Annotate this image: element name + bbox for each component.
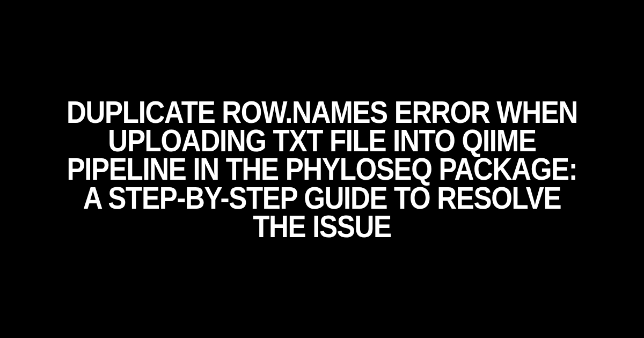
page-title: DUPLICATE ROW.NAMES ERROR WHEN UPLOADING… [62,98,582,241]
title-container: DUPLICATE ROW.NAMES ERROR WHEN UPLOADING… [0,98,644,241]
